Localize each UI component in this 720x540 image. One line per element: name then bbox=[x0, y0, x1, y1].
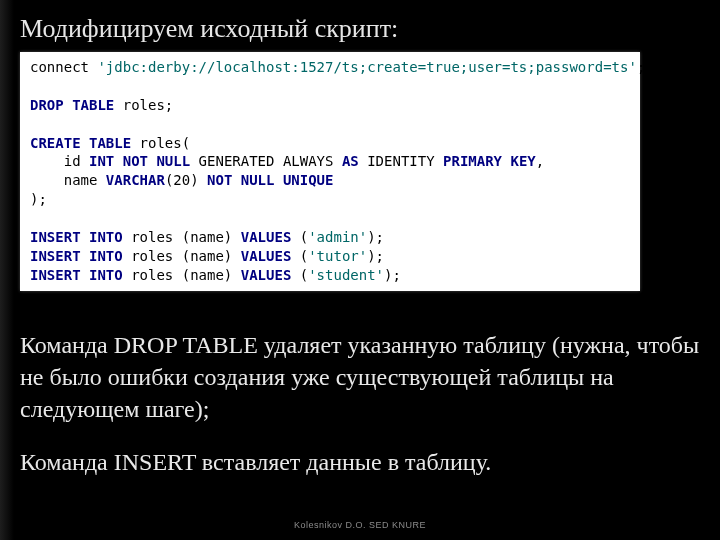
code-text: roles( bbox=[131, 135, 190, 151]
code-text: ( bbox=[291, 267, 308, 283]
code-keyword: INT NOT NULL bbox=[89, 153, 190, 169]
code-keyword: NOT NULL UNIQUE bbox=[207, 172, 333, 188]
paragraph-insert: Команда INSERT вставляет данные в таблиц… bbox=[20, 446, 700, 478]
code-string: 'student' bbox=[308, 267, 384, 283]
code-text: GENERATED ALWAYS bbox=[190, 153, 342, 169]
code-keyword: DROP TABLE bbox=[30, 97, 114, 113]
code-keyword: AS bbox=[342, 153, 359, 169]
code-text: (20) bbox=[165, 172, 207, 188]
code-string: 'tutor' bbox=[308, 248, 367, 264]
code-text: ( bbox=[291, 248, 308, 264]
code-text: roles (name) bbox=[123, 267, 241, 283]
spacer bbox=[20, 291, 700, 329]
code-text: connect bbox=[30, 59, 97, 75]
code-text: ; bbox=[637, 59, 645, 75]
code-text: roles (name) bbox=[123, 229, 241, 245]
code-text: ); bbox=[30, 191, 47, 207]
slide-body: Команда DROP TABLE удаляет указанную таб… bbox=[20, 329, 700, 479]
paragraph-drop-table: Команда DROP TABLE удаляет указанную таб… bbox=[20, 329, 700, 426]
slide-heading: Модифицируем исходный скрипт: bbox=[20, 14, 700, 44]
code-keyword: VARCHAR bbox=[106, 172, 165, 188]
code-keyword: PRIMARY KEY bbox=[443, 153, 536, 169]
sql-code-block: connect 'jdbc:derby://localhost:1527/ts;… bbox=[20, 52, 640, 291]
code-text: id bbox=[30, 153, 89, 169]
code-text: ); bbox=[367, 248, 384, 264]
code-text: ( bbox=[291, 229, 308, 245]
slide: Модифицируем исходный скрипт: connect 'j… bbox=[0, 0, 720, 540]
code-text: ); bbox=[384, 267, 401, 283]
code-text: , bbox=[536, 153, 544, 169]
code-text: ); bbox=[367, 229, 384, 245]
code-string: 'admin' bbox=[308, 229, 367, 245]
code-keyword: INSERT INTO bbox=[30, 267, 123, 283]
code-string: 'jdbc:derby://localhost:1527/ts;create=t… bbox=[97, 59, 636, 75]
code-text: roles; bbox=[114, 97, 173, 113]
code-keyword: INSERT INTO bbox=[30, 248, 123, 264]
code-keyword: VALUES bbox=[241, 248, 292, 264]
code-text: name bbox=[30, 172, 106, 188]
code-keyword: VALUES bbox=[241, 267, 292, 283]
code-keyword: CREATE TABLE bbox=[30, 135, 131, 151]
slide-footer: Kolesnikov D.O. SED KNURE bbox=[0, 520, 720, 530]
code-keyword: INSERT INTO bbox=[30, 229, 123, 245]
code-text: IDENTITY bbox=[359, 153, 443, 169]
code-keyword: VALUES bbox=[241, 229, 292, 245]
code-text: roles (name) bbox=[123, 248, 241, 264]
